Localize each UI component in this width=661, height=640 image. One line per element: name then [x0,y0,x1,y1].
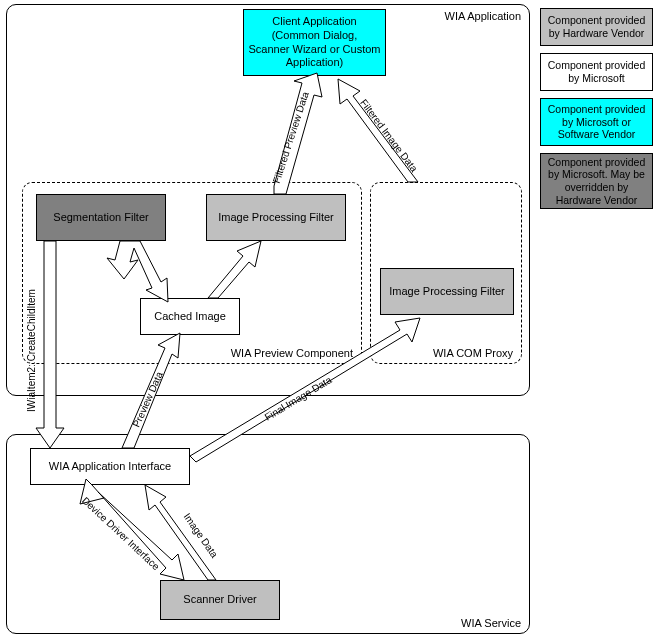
client-application-box: Client Application (Common Dialog, Scann… [243,9,386,76]
wia-application-label: WIA Application [445,10,521,22]
wia-preview-component-label: WIA Preview Component [231,347,353,359]
image-processing-filter-proxy-box: Image Processing Filter [380,268,514,315]
wia-com-proxy-label: WIA COM Proxy [433,347,513,359]
legend-microsoft: Component provided by Microsoft [540,53,653,91]
legend-microsoft-override: Component provided by Microsoft. May be … [540,153,653,209]
image-processing-filter-preview-box: Image Processing Filter [206,194,346,241]
legend-microsoft-or-software-vendor: Component provided by Microsoft or Softw… [540,98,653,146]
wia-application-interface-box: WIA Application Interface [30,448,190,485]
scanner-driver-box: Scanner Driver [160,580,280,620]
segmentation-filter-box: Segmentation Filter [36,194,166,241]
label-create-child-item: IWiaItem2::CreateChildItem [26,289,37,412]
wia-service-label: WIA Service [461,617,521,629]
legend-hardware-vendor: Component provided by Hardware Vendor [540,8,653,46]
cached-image-box: Cached Image [140,298,240,335]
